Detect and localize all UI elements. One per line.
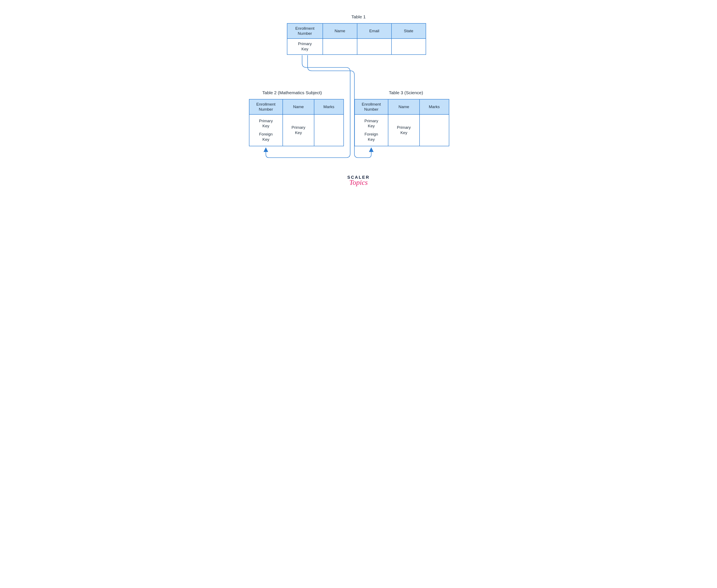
table2-caption: Table 2 (Mathematics Subject) xyxy=(258,90,327,95)
table3-row: PrimaryKey ForeignKey PrimaryKey xyxy=(354,114,449,146)
table1-h-enrollment: EnrollmentNumber xyxy=(287,23,323,39)
table2-r1c3 xyxy=(314,114,344,146)
table2-h-name: Name xyxy=(283,99,314,114)
table3-h-marks: Marks xyxy=(419,99,449,114)
table2-r1c1: PrimaryKey ForeignKey xyxy=(249,114,283,146)
table1-r1c4 xyxy=(391,39,426,55)
table3-caption: Table 3 (Science) xyxy=(380,90,432,95)
table2-h-marks: Marks xyxy=(314,99,344,114)
table3-r1c1: PrimaryKey ForeignKey xyxy=(354,114,388,146)
table1-r1c1: PrimaryKey xyxy=(287,39,323,55)
table1-r1c2 xyxy=(323,39,357,55)
table1-h-name: Name xyxy=(323,23,357,39)
table2-h-enrollment: EnrollmentNumber xyxy=(249,99,283,114)
table2: EnrollmentNumber Name Marks PrimaryKey F… xyxy=(249,99,344,146)
table3-h-name: Name xyxy=(388,99,419,114)
table1-h-state: State xyxy=(391,23,426,39)
table1-header-row: EnrollmentNumber Name Email State xyxy=(287,23,426,39)
table2-row: PrimaryKey ForeignKey PrimaryKey xyxy=(249,114,344,146)
table3-r1c3 xyxy=(419,114,449,146)
table1-row: PrimaryKey xyxy=(287,39,426,55)
table1-caption: Table 1 xyxy=(346,14,371,19)
table1-r1c3 xyxy=(357,39,391,55)
table3-r1c2: PrimaryKey xyxy=(388,114,419,146)
table3-header-row: EnrollmentNumber Name Marks xyxy=(354,99,449,114)
diagram-canvas: Table 1 EnrollmentNumber Name Email Stat… xyxy=(232,0,485,207)
table3: EnrollmentNumber Name Marks PrimaryKey F… xyxy=(354,99,449,146)
brand-logo-sub: Topics xyxy=(342,178,375,187)
brand-logo: SCALER Topics xyxy=(342,175,375,187)
table2-r1c2: PrimaryKey xyxy=(283,114,314,146)
table1: EnrollmentNumber Name Email State Primar… xyxy=(287,23,426,55)
table3-h-enrollment: EnrollmentNumber xyxy=(354,99,388,114)
table2-header-row: EnrollmentNumber Name Marks xyxy=(249,99,344,114)
table1-h-email: Email xyxy=(357,23,391,39)
